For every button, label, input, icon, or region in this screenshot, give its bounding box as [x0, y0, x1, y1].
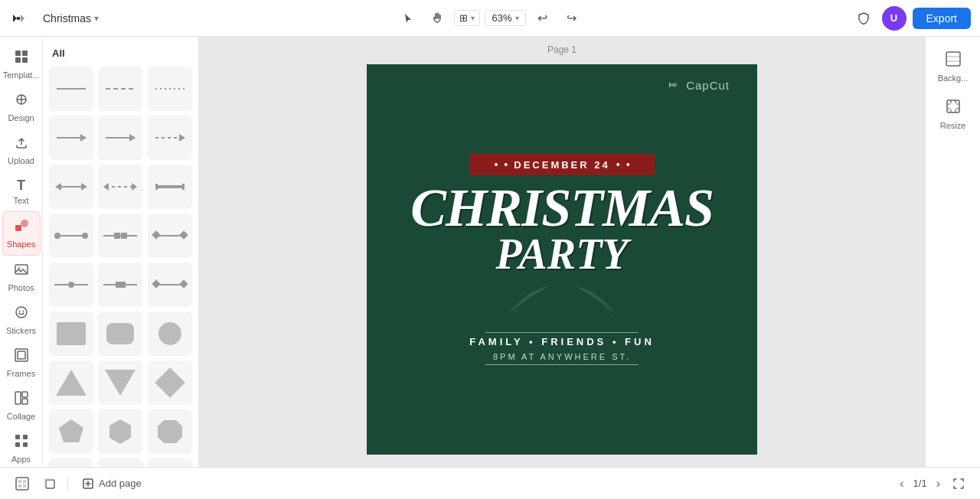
- svg-marker-24: [158, 420, 182, 443]
- svg-rect-34: [18, 484, 21, 488]
- svg-point-10: [16, 307, 27, 318]
- shape-triangle-down[interactable]: [98, 360, 142, 405]
- sidebar-item-upload[interactable]: Upload: [2, 129, 41, 171]
- stickers-icon: [14, 305, 29, 324]
- templates-icon: [14, 49, 29, 68]
- svg-rect-35: [23, 484, 26, 488]
- sidebar-upload-label: Upload: [8, 156, 34, 165]
- shape-4star[interactable]: [98, 458, 142, 467]
- shape-handle-squares[interactable]: [98, 214, 142, 258]
- frames-icon: [14, 347, 29, 367]
- fullscreen-button[interactable]: [949, 475, 968, 493]
- right-sidebar: Backg... Resize: [925, 37, 980, 467]
- shape-line-solid[interactable]: [49, 67, 93, 111]
- shape-arrow-both[interactable]: [49, 165, 93, 209]
- prev-page-button[interactable]: ‹: [897, 474, 906, 494]
- apps-icon: [14, 433, 29, 452]
- sidebar-item-frames[interactable]: Frames: [2, 341, 41, 384]
- svg-rect-20: [15, 442, 20, 447]
- bottom-bar: Add page ‹ 1/1 ›: [0, 467, 980, 499]
- left-sidebar: Templat... Design Upload T Text Shapes: [0, 37, 43, 467]
- zoom-control-button[interactable]: 63% ▾: [485, 10, 525, 26]
- shape-line-dotted[interactable]: [148, 67, 192, 111]
- svg-rect-18: [15, 435, 20, 439]
- pointer-tool-button[interactable]: [396, 6, 420, 31]
- shape-arrow-dotted-both[interactable]: [98, 165, 142, 209]
- svg-marker-23: [109, 419, 131, 444]
- shape-line-dashed[interactable]: [98, 67, 142, 111]
- shape-rectangle[interactable]: [49, 311, 93, 356]
- resize-panel-item[interactable]: Resize: [929, 92, 978, 136]
- shield-icon-button[interactable]: [851, 6, 876, 31]
- svg-rect-19: [23, 435, 28, 439]
- export-button[interactable]: Export: [913, 8, 971, 29]
- shape-triangle-up[interactable]: [49, 360, 93, 405]
- sidebar-item-collage[interactable]: Collage: [2, 384, 41, 427]
- user-avatar[interactable]: U: [882, 6, 906, 31]
- zoom-level-label: 63%: [492, 12, 511, 24]
- bottom-bar-right: ‹ 1/1 ›: [897, 474, 968, 494]
- svg-rect-6: [15, 225, 21, 231]
- sidebar-item-apps[interactable]: Apps: [2, 427, 41, 467]
- sidebar-item-stickers[interactable]: Stickers: [2, 298, 41, 341]
- hand-tool-button[interactable]: [425, 6, 449, 31]
- shape-circle[interactable]: [148, 311, 192, 356]
- shape-handle-diamonds[interactable]: [148, 214, 192, 258]
- sidebar-shapes-label: Shapes: [7, 240, 35, 249]
- project-name-label: Christmas: [43, 12, 91, 24]
- date-banner: • DECEMBER 24 •: [469, 154, 654, 175]
- shape-thick-bar[interactable]: [148, 165, 192, 209]
- view-icon: ⊞: [459, 12, 468, 24]
- canvas-design[interactable]: CapCut • DECEMBER 24 • CHRISTMAS PARTY: [367, 64, 757, 455]
- svg-rect-16: [22, 392, 28, 397]
- project-name-button[interactable]: Christmas ▾: [38, 9, 103, 28]
- svg-rect-36: [46, 480, 54, 488]
- topbar: Christmas ▾ ⊞ ▾ 63% ▾ ↩ ↪ U Export: [0, 0, 980, 37]
- next-page-button[interactable]: ›: [933, 474, 943, 494]
- shape-handle-center-dots[interactable]: [49, 263, 93, 307]
- svg-rect-31: [16, 478, 28, 490]
- shape-pentagon[interactable]: [49, 409, 93, 454]
- shape-handle-dots-1[interactable]: [49, 214, 93, 258]
- topbar-center: ⊞ ▾ 63% ▾ ↩ ↪: [396, 6, 583, 31]
- sidebar-item-shapes[interactable]: Shapes: [2, 211, 41, 256]
- svg-rect-15: [15, 392, 21, 404]
- undo-button[interactable]: ↩: [531, 6, 555, 31]
- panel-header: All: [49, 44, 192, 67]
- svg-rect-30: [947, 100, 959, 113]
- add-page-button[interactable]: Add page: [76, 475, 148, 493]
- sidebar-item-photos[interactable]: Photos: [2, 256, 41, 298]
- shapes-panel: All: [43, 37, 199, 467]
- redo-button[interactable]: ↪: [560, 6, 584, 31]
- svg-rect-2: [22, 51, 28, 56]
- sidebar-item-text[interactable]: T Text: [2, 171, 41, 211]
- page-label: Page 1: [547, 44, 577, 55]
- shape-arrow-right-2[interactable]: [98, 116, 142, 160]
- shape-handle-center-squares[interactable]: [98, 263, 142, 307]
- background-panel-item[interactable]: Backg...: [929, 44, 978, 89]
- view-options-button[interactable]: ⊞ ▾: [454, 10, 480, 26]
- svg-rect-17: [22, 399, 28, 404]
- leaf-decoration: [501, 282, 623, 320]
- sidebar-stickers-label: Stickers: [6, 326, 36, 335]
- copy-page-button[interactable]: [40, 474, 60, 494]
- svg-point-12: [22, 311, 24, 312]
- shape-arrow-right[interactable]: [49, 116, 93, 160]
- shape-5star[interactable]: [148, 458, 192, 467]
- sidebar-item-templates[interactable]: Templat...: [2, 43, 41, 86]
- shape-handle-far-diamonds[interactable]: [148, 263, 192, 307]
- svg-rect-28: [672, 83, 675, 86]
- shape-diamond[interactable]: [148, 360, 192, 405]
- page-thumbnail-button[interactable]: [12, 474, 32, 494]
- shape-hexagon[interactable]: [98, 409, 142, 454]
- sidebar-frames-label: Frames: [7, 369, 35, 378]
- sidebar-item-design[interactable]: Design: [2, 86, 41, 129]
- shape-octagon-wide[interactable]: [148, 409, 192, 454]
- svg-rect-32: [18, 480, 21, 483]
- shape-rounded-rect[interactable]: [98, 311, 142, 356]
- shape-arrow-dotted-right[interactable]: [148, 116, 192, 160]
- zoom-chevron-icon: ▾: [515, 14, 519, 22]
- design-icon: [14, 92, 29, 111]
- shape-octagon[interactable]: [49, 458, 93, 467]
- sidebar-templates-label: Templat...: [3, 70, 40, 80]
